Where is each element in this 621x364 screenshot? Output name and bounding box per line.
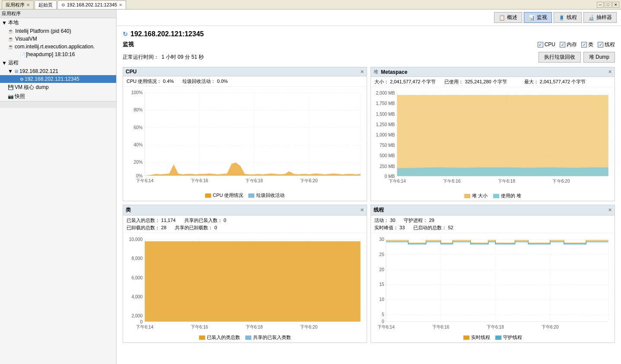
- threads-info: 活动： 30 守护进程： 29 实时峰值： 33: [371, 215, 615, 233]
- refresh-icon[interactable]: ↻: [123, 31, 128, 38]
- heap-prefix: 堆: [374, 69, 378, 75]
- svg-text:6,000: 6,000: [131, 275, 143, 280]
- svg-text:下午6:18: 下午6:18: [246, 178, 263, 183]
- tab-overview[interactable]: 📋 概述: [494, 12, 522, 23]
- tab-app-close[interactable]: ✕: [26, 3, 30, 7]
- svg-text:10: 10: [379, 297, 384, 302]
- threads-legend: 实时线程 守护线程: [371, 332, 615, 342]
- maximize-button[interactable]: □: [605, 2, 611, 8]
- legend-heap-label: 堆 大小: [472, 193, 488, 199]
- cpu-close-button[interactable]: ✕: [360, 69, 364, 75]
- cpu-info: CPU 使用情况： 0.4% 垃圾回收活动： 0.0%: [123, 76, 367, 87]
- tree-item-local[interactable]: ▼ 本地: [0, 18, 116, 27]
- uptime-label: 正常运行时间：: [123, 54, 159, 61]
- legend-heap-color: [464, 194, 470, 198]
- threads-label: 线程: [567, 14, 577, 21]
- classes-legend: 已装入的类总数 共享的已装入类数: [123, 332, 367, 342]
- page-title: 192.168.202.121:12345: [130, 30, 204, 38]
- svg-text:0: 0: [382, 319, 384, 324]
- section-title: 监视: [123, 41, 134, 48]
- classes-unloaded-value: 28: [161, 225, 166, 230]
- close-button[interactable]: ✕: [612, 2, 619, 8]
- threads-live-value: 30: [390, 218, 395, 223]
- svg-text:30: 30: [379, 237, 384, 242]
- snapshot-label: 快照: [15, 93, 25, 100]
- overview-label: 概述: [507, 14, 517, 21]
- classes-chart-body: 10,000 8,000 6,000 4,000 2,000 0: [123, 233, 367, 332]
- memory-panel-header: 堆 Metaspace ✕: [371, 67, 615, 77]
- cpu-chart-svg: 100% 80% 60% 40% 20% 0%: [125, 89, 365, 189]
- content-area: 📋 概述 📊 监视 🧵 线程 🔬 抽样器 ↻: [117, 9, 621, 364]
- gc-button[interactable]: 执行垃圾回收: [539, 52, 581, 63]
- classes-shared-loaded-label: 共享的已装入数：: [184, 218, 222, 223]
- legend-live-label: 实时线程: [471, 334, 490, 341]
- svg-text:下午6:18: 下午6:18: [246, 325, 263, 329]
- svg-text:下午6:20: 下午6:20: [300, 325, 317, 329]
- tree-item-visualvm[interactable]: ☕ VisualVM: [0, 35, 116, 43]
- classes-loaded-value: 11,174: [161, 218, 176, 223]
- memory-used-label: 已使用：: [444, 79, 463, 84]
- tree-item-remote[interactable]: ▼ 远程: [0, 58, 116, 67]
- sidebar: 应用程序 ▼ 本地 ☕ Intellij Platform (pid 640) …: [0, 9, 117, 364]
- threads-daemon-value: 29: [429, 218, 434, 223]
- cb-classes-icon[interactable]: [581, 42, 587, 47]
- tab-remote-close[interactable]: ✕: [119, 3, 122, 7]
- classes-close-button[interactable]: ✕: [360, 207, 364, 213]
- cpu-usage-value: 0.4%: [163, 79, 174, 84]
- legend-class-color: [199, 336, 205, 340]
- svg-text:1,750 MB: 1,750 MB: [376, 101, 395, 106]
- charts-grid: CPU ✕ CPU 使用情况： 0.4% 垃圾回收活动： 0.0%: [123, 67, 615, 343]
- classes-shared-unloaded-value: 0: [214, 225, 217, 230]
- tab-sampler[interactable]: 🔬 抽样器: [583, 12, 617, 23]
- memory-close-button[interactable]: ✕: [608, 69, 612, 75]
- tree-item-vmcoredump[interactable]: 💾 VM 核心 dump: [0, 83, 116, 92]
- legend-shared-label: 共享的已装入类数: [253, 334, 291, 341]
- memory-used-value: 325,241,280 个字节: [465, 79, 507, 84]
- sidebar-header: 应用程序: [0, 9, 116, 18]
- checkbox-threads[interactable]: 线程: [598, 41, 615, 48]
- legend-class-label: 已装入的类总数: [207, 334, 240, 341]
- tab-monitor[interactable]: 📊 监视: [524, 12, 552, 23]
- sidebar-bottom: [0, 101, 116, 108]
- tree-item-com-intellij[interactable]: ☕ com.intellij.rt.execution.application.: [0, 43, 116, 51]
- memory-title: Metaspace: [381, 69, 407, 75]
- tab-app[interactable]: 应用程序 ✕: [2, 0, 34, 9]
- sampler-label: 抽样器: [596, 14, 612, 21]
- cpu-gc-label: 垃圾回收活动：: [182, 79, 215, 84]
- tab-remote[interactable]: ⚙ 192.168.202.121:12345 ✕: [57, 0, 126, 9]
- legend-class-loaded: 已装入的类总数: [199, 334, 240, 341]
- svg-text:2,000: 2,000: [131, 313, 143, 318]
- svg-text:500 MB: 500 MB: [380, 153, 395, 158]
- tree-item-target[interactable]: ⚙ 192.168.202.121:12345: [0, 75, 116, 83]
- tab-start[interactable]: 起始页: [35, 0, 57, 9]
- minimize-button[interactable]: ─: [597, 2, 604, 8]
- cb-threads-icon[interactable]: [598, 42, 603, 47]
- tree-item-snapshot[interactable]: 📷 快照: [0, 92, 116, 101]
- legend-cpu-label: CPU 使用情况: [213, 192, 243, 199]
- cb-cpu-icon[interactable]: [538, 42, 543, 47]
- cb-memory-label: 内存: [567, 41, 577, 48]
- window-controls: ─ □ ✕: [597, 2, 619, 8]
- memory-size-value: 2,041,577,472 个字节: [390, 79, 436, 84]
- checkbox-classes[interactable]: 类: [581, 41, 593, 48]
- svg-text:下午6:16: 下午6:16: [432, 325, 450, 329]
- legend-live-color: [463, 336, 469, 340]
- nav-tabs: 📋 概述 📊 监视 🧵 线程 🔬 抽样器: [494, 12, 617, 23]
- cpu-usage-label: CPU 使用情况：: [127, 79, 162, 84]
- content-header: 📋 概述 📊 监视 🧵 线程 🔬 抽样器: [117, 9, 621, 26]
- heap-dump-button[interactable]: 堆 Dump: [583, 52, 615, 63]
- sidebar-title: 应用程序: [2, 10, 21, 17]
- tree-item-heapdump[interactable]: 📄 [heapdump] 18:10:16: [0, 51, 116, 58]
- tab-threads[interactable]: 🧵 线程: [554, 12, 582, 23]
- checkbox-memory[interactable]: 内存: [560, 41, 577, 48]
- cb-memory-icon[interactable]: [560, 42, 565, 47]
- legend-daemon-label: 守护线程: [503, 334, 522, 341]
- tree-item-ip-group[interactable]: ▼ 🖥 192.168.202.121: [0, 67, 116, 75]
- svg-text:下午6:16: 下午6:16: [191, 325, 208, 329]
- classes-loaded-label: 已装入的总数：: [127, 218, 160, 223]
- threads-close-button[interactable]: ✕: [608, 207, 612, 213]
- checkbox-cpu[interactable]: CPU: [538, 41, 555, 47]
- threads-chart-body: 30 25 20 15 10 5 0: [371, 233, 615, 332]
- tree-item-intellij[interactable]: ☕ Intellij Platform (pid 640): [0, 27, 116, 35]
- threads-icon: 🧵: [558, 15, 565, 21]
